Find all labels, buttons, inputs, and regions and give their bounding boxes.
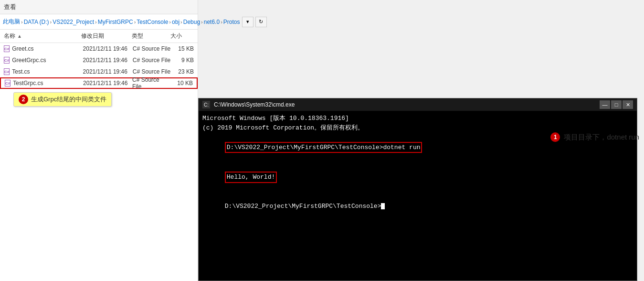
search-label: 查看 <box>4 3 16 11</box>
file-size: 15 KB <box>171 45 194 52</box>
badge-1: 1 <box>550 132 560 142</box>
cs-file-icon: C# <box>4 57 10 64</box>
cmd-line-1: Microsoft Windows [版本 10.0.18363.1916] <box>202 114 633 123</box>
path-data[interactable]: DATA (D:) <box>24 19 49 25</box>
path-obj[interactable]: obj <box>172 19 179 25</box>
close-button[interactable]: ✕ <box>623 100 633 109</box>
annotation-1: 1 项目目录下，dotnet run <box>550 132 639 142</box>
file-size: 10 KB <box>170 80 193 86</box>
file-row[interactable]: C# Greet.cs 2021/12/11 19:46 C# Source F… <box>0 43 198 54</box>
file-row[interactable]: C# Test.cs 2021/12/11 19:46 C# Source Fi… <box>0 66 198 77</box>
file-explorer: 查看 此电脑 › DATA (D:) › VS2022_Project › My… <box>0 0 198 281</box>
dropdown-button[interactable]: ▾ <box>242 17 253 27</box>
sort-arrow-icon: ▲ <box>17 33 22 39</box>
file-type: C# Source File <box>133 68 171 75</box>
path-net60[interactable]: net6.0 <box>204 19 220 25</box>
minimize-button[interactable]: — <box>600 100 610 109</box>
path-debug[interactable]: Debug <box>183 19 200 25</box>
file-list: C# Greet.cs 2021/12/11 19:46 C# Source F… <box>0 43 198 89</box>
col-name-header[interactable]: 名称 ▲ <box>4 32 81 40</box>
file-name: GreetGrpc.cs <box>12 57 83 64</box>
file-date: 2021/12/11 19:46 <box>83 57 133 64</box>
cmd-line-5: D:\VS2022_Project\MyFirstGRPC\TestConsol… <box>202 192 633 220</box>
cmd-title: C:\Windows\System32\cmd.exe <box>214 101 596 108</box>
address-actions: ▾ ↻ <box>242 17 267 27</box>
address-path: 此电脑 › DATA (D:) › VS2022_Project › MyFir… <box>3 18 240 26</box>
cmd-cursor <box>381 203 385 209</box>
annotation-bubble-2: 2 生成Grpc结尾的中间类文件 <box>13 92 112 107</box>
cmd-controls: — □ ✕ <box>600 100 633 109</box>
cmd-titlebar: C: C:\Windows\System32\cmd.exe — □ ✕ <box>199 98 637 111</box>
annotation2-text: 生成Grpc结尾的中间类文件 <box>31 95 106 104</box>
cmd-window: C: C:\Windows\System32\cmd.exe — □ ✕ Mic… <box>198 98 637 281</box>
path-protos[interactable]: Protos <box>223 19 240 25</box>
address-bar: 此电脑 › DATA (D:) › VS2022_Project › MyFir… <box>0 14 198 30</box>
file-size: 23 KB <box>171 68 194 75</box>
cmd-hello-world-highlight: Hello, World! <box>225 172 277 183</box>
column-headers: 名称 ▲ 修改日期 类型 大小 <box>0 30 198 43</box>
cmd-app-icon: C: <box>202 101 210 108</box>
col-type-header[interactable]: 类型 <box>132 32 170 40</box>
refresh-button[interactable]: ↻ <box>255 17 267 27</box>
col-date-header[interactable]: 修改日期 <box>81 32 132 40</box>
file-date: 2021/12/11 19:46 <box>83 68 133 75</box>
file-row[interactable]: C# TestGrpc.cs 2021/12/11 19:46 C# Sourc… <box>0 77 198 89</box>
search-bar: 查看 <box>0 0 198 14</box>
badge-2: 2 <box>19 95 28 104</box>
cmd-body: Microsoft Windows [版本 10.0.18363.1916] (… <box>199 111 637 223</box>
file-type: C# Source File <box>133 57 171 64</box>
file-date: 2021/12/11 19:46 <box>83 45 133 52</box>
file-name: TestGrpc.cs <box>13 80 83 86</box>
cs-file-icon: C# <box>4 68 10 75</box>
file-name: Test.cs <box>12 68 83 75</box>
cmd-line-2: (c) 2019 Microsoft Corporation。保留所有权利。 <box>202 123 633 133</box>
cmd-line-4: Hello, World! <box>202 162 633 193</box>
annotation1-text: 项目目录下，dotnet run <box>564 133 639 142</box>
cmd-dotnet-run-highlight: D:\VS2022_Project\MyFirstGRPC\TestConsol… <box>225 142 422 153</box>
path-myfirstgrpc[interactable]: MyFirstGRPC <box>98 19 133 25</box>
path-computer[interactable]: 此电脑 <box>3 18 20 26</box>
maximize-button[interactable]: □ <box>611 100 622 109</box>
file-size: 9 KB <box>171 57 194 64</box>
cs-file-icon: C# <box>4 45 10 52</box>
file-date: 2021/12/11 19:46 <box>83 80 132 86</box>
file-type: C# Source File <box>133 45 171 52</box>
col-size-header[interactable]: 大小 <box>170 32 194 40</box>
cs-file-icon: C# <box>5 80 11 86</box>
file-row[interactable]: C# GreetGrpc.cs 2021/12/11 19:46 C# Sour… <box>0 54 198 66</box>
path-vs2022[interactable]: VS2022_Project <box>53 19 94 25</box>
file-type: C# Source File <box>132 76 170 90</box>
path-testconsole[interactable]: TestConsole <box>137 19 168 25</box>
file-name: Greet.cs <box>12 45 83 52</box>
